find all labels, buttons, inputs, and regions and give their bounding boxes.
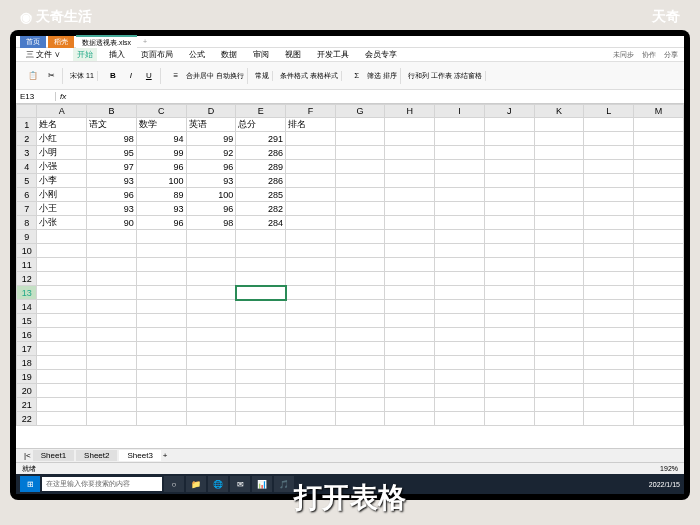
cell[interactable] (484, 398, 534, 412)
cell[interactable] (484, 356, 534, 370)
cell[interactable] (634, 188, 684, 202)
cell[interactable] (136, 342, 186, 356)
cell[interactable] (186, 342, 236, 356)
merge-button[interactable]: 合并居中 (186, 71, 214, 81)
cell[interactable] (584, 160, 634, 174)
cell[interactable] (584, 146, 634, 160)
cell[interactable] (335, 370, 385, 384)
cell[interactable] (634, 272, 684, 286)
cell[interactable] (236, 328, 286, 342)
worksheet[interactable]: 工作表 (431, 71, 452, 81)
cond-format[interactable]: 条件格式 (280, 71, 308, 81)
row-header[interactable]: 21 (17, 398, 37, 412)
menu-sync[interactable]: 未同步 (613, 50, 634, 60)
cell[interactable] (236, 286, 286, 300)
sheet-tab-1[interactable]: Sheet1 (33, 450, 74, 461)
task-icon[interactable]: 📊 (252, 476, 272, 492)
menu-file[interactable]: 三 文件 ∨ (22, 48, 65, 61)
cell[interactable] (385, 258, 435, 272)
cell[interactable]: 99 (186, 132, 236, 146)
cell[interactable]: 286 (236, 174, 286, 188)
cell[interactable] (385, 244, 435, 258)
cell[interactable] (286, 160, 336, 174)
cell[interactable] (335, 202, 385, 216)
bold-button[interactable]: B (105, 68, 121, 84)
cell[interactable] (136, 356, 186, 370)
cell[interactable] (634, 398, 684, 412)
cell[interactable] (634, 286, 684, 300)
cell[interactable] (87, 300, 137, 314)
cell[interactable] (286, 188, 336, 202)
cell[interactable] (484, 286, 534, 300)
font-select[interactable]: 宋体 (70, 71, 84, 81)
cell[interactable] (236, 300, 286, 314)
cell[interactable] (385, 216, 435, 230)
cell[interactable] (484, 188, 534, 202)
col-header[interactable]: B (87, 105, 137, 118)
cell[interactable] (37, 314, 87, 328)
cell[interactable] (634, 342, 684, 356)
col-header[interactable]: M (634, 105, 684, 118)
cell[interactable] (186, 258, 236, 272)
underline-button[interactable]: U (141, 68, 157, 84)
cell[interactable] (634, 412, 684, 426)
row-header[interactable]: 7 (17, 202, 37, 216)
italic-button[interactable]: I (123, 68, 139, 84)
col-header[interactable]: E (236, 105, 286, 118)
cell[interactable] (534, 174, 584, 188)
cell[interactable] (534, 160, 584, 174)
cell[interactable] (286, 398, 336, 412)
cell[interactable] (385, 118, 435, 132)
cell[interactable] (435, 286, 485, 300)
cell[interactable] (37, 272, 87, 286)
cell[interactable] (136, 328, 186, 342)
cell[interactable] (335, 356, 385, 370)
row-header[interactable]: 19 (17, 370, 37, 384)
cell[interactable]: 96 (136, 160, 186, 174)
row-header[interactable]: 5 (17, 174, 37, 188)
task-icon[interactable]: 🌐 (208, 476, 228, 492)
cell[interactable] (584, 286, 634, 300)
wrap-button[interactable]: 自动换行 (216, 71, 244, 81)
cell[interactable] (186, 384, 236, 398)
cell[interactable] (584, 202, 634, 216)
cell[interactable] (286, 202, 336, 216)
cell[interactable] (236, 384, 286, 398)
cell[interactable] (87, 384, 137, 398)
cell[interactable] (584, 370, 634, 384)
cell[interactable] (335, 384, 385, 398)
menu-insert[interactable]: 插入 (105, 48, 129, 61)
cell[interactable] (584, 118, 634, 132)
system-tray[interactable]: 2022/1/15 (649, 481, 680, 488)
cell[interactable] (584, 132, 634, 146)
header-cell[interactable]: 语文 (87, 118, 137, 132)
cell[interactable] (87, 370, 137, 384)
row-header[interactable]: 11 (17, 258, 37, 272)
cell[interactable] (484, 272, 534, 286)
cell[interactable] (385, 314, 435, 328)
cell[interactable] (584, 300, 634, 314)
cell[interactable] (87, 314, 137, 328)
cell[interactable] (236, 272, 286, 286)
cell[interactable]: 291 (236, 132, 286, 146)
task-icon[interactable]: ○ (164, 476, 184, 492)
cell[interactable] (385, 188, 435, 202)
row-header[interactable]: 17 (17, 342, 37, 356)
cell[interactable]: 96 (87, 188, 137, 202)
cell[interactable] (484, 384, 534, 398)
cell[interactable] (186, 230, 236, 244)
cell[interactable]: 97 (87, 160, 137, 174)
col-header[interactable]: G (335, 105, 385, 118)
col-header[interactable]: H (385, 105, 435, 118)
row-header[interactable]: 4 (17, 160, 37, 174)
col-header[interactable]: J (484, 105, 534, 118)
cell[interactable] (634, 230, 684, 244)
cell[interactable] (236, 342, 286, 356)
cell[interactable] (136, 258, 186, 272)
cell[interactable] (286, 272, 336, 286)
cell[interactable] (534, 384, 584, 398)
menu-review[interactable]: 审阅 (249, 48, 273, 61)
col-header[interactable]: D (186, 105, 236, 118)
cell[interactable] (634, 202, 684, 216)
header-cell[interactable]: 数学 (136, 118, 186, 132)
